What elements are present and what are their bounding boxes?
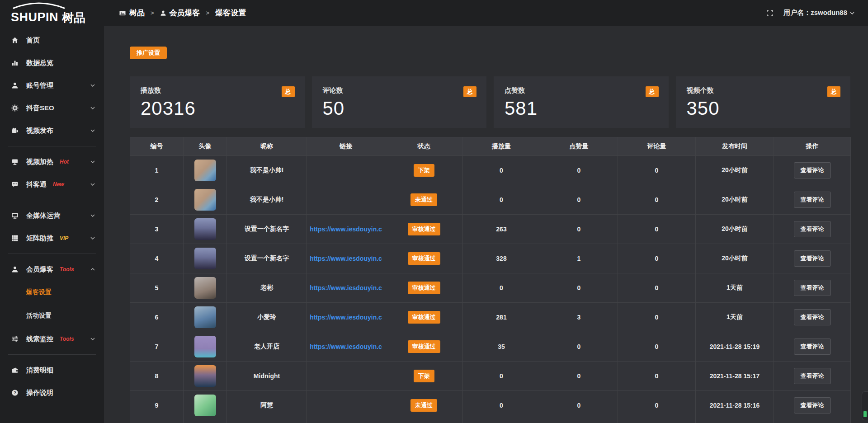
cell-comments: 0	[618, 215, 696, 244]
chevron-down-icon	[90, 338, 95, 340]
stat-cards: 播放数 总 20316 评论数 总 50 点赞数 总	[130, 76, 850, 128]
status-badge: 审核通过	[408, 311, 440, 324]
cell-id: 9	[130, 391, 184, 420]
sidebar-item-label: 视频发布	[26, 127, 53, 135]
topbar-right: 用户名：zswodun88	[766, 9, 854, 17]
user-menu[interactable]: 用户名：zswodun88	[783, 9, 854, 17]
videos-table: 编号 头像 昵称 链接 状态 播放量 点赞量 评论量 发布时间 操作 1	[130, 137, 851, 423]
view-comments-button[interactable]: 查看评论	[794, 192, 831, 208]
sidebar-item-home[interactable]: 首页	[0, 29, 104, 52]
topbar: 树品 > 会员爆客 > 爆客设置 用户名：zswodun88	[104, 0, 868, 26]
cell-likes: 0	[540, 156, 618, 185]
breadcrumb-item-home[interactable]: 树品	[119, 8, 145, 18]
floating-widget[interactable]	[862, 391, 868, 420]
sidebar-divider	[8, 146, 96, 146]
sidebar-item-label: 矩阵助推	[26, 234, 53, 243]
sidebar-divider	[8, 200, 96, 200]
sidebar-divider	[8, 354, 96, 355]
stat-label: 播放数	[141, 86, 161, 95]
view-comments-button[interactable]: 查看评论	[794, 221, 831, 237]
video-link[interactable]: https://www.iesdouyin.c	[310, 343, 382, 350]
app-window: SHUPIN 树品 首页 数据总览 账号管理 抖音SEO	[0, 0, 868, 423]
screen-stand-icon	[11, 158, 19, 165]
monitor-icon	[11, 212, 19, 219]
table-row	[130, 420, 851, 423]
header-link: 链接	[307, 137, 385, 156]
cell-id: 6	[130, 303, 184, 332]
cell-likes: 0	[540, 185, 618, 215]
sidebar-item-member-baoke[interactable]: 会员爆客 Tools	[0, 258, 104, 281]
view-comments-button[interactable]: 查看评论	[794, 280, 831, 296]
cell-comments	[618, 420, 696, 423]
table-row: 3 设置一个新名字 https://www.iesdouyin.c 审核通过 2…	[130, 215, 851, 244]
sidebar-item-video-heat[interactable]: 视频加热 Hot	[0, 150, 104, 173]
status-badge: 审核通过	[408, 282, 440, 294]
cell-nickname: Midnight	[227, 362, 307, 391]
sidebar-item-lead-monitor[interactable]: 线索监控 Tools	[0, 328, 104, 350]
cell-plays: 0	[463, 391, 540, 420]
sidebar-item-douketong[interactable]: 抖客通 New	[0, 173, 104, 196]
sidebar-item-matrix-boost[interactable]: 矩阵助推 VIP	[0, 227, 104, 249]
cell-nickname: 阿慧	[227, 391, 307, 420]
sidebar-item-spending-details[interactable]: 消费明细	[0, 359, 104, 381]
cell-likes: 0	[540, 362, 618, 391]
view-comments-button[interactable]: 查看评论	[794, 397, 831, 414]
view-comments-button[interactable]: 查看评论	[794, 162, 831, 179]
sidebar-item-label: 消费明细	[26, 366, 53, 375]
cell-comments: 0	[618, 362, 696, 391]
header-plays: 播放量	[463, 137, 540, 156]
sidebar-item-label: 线索监控	[26, 335, 53, 343]
sidebar-item-instructions[interactable]: ? 操作说明	[0, 381, 104, 404]
logo-arc	[11, 2, 70, 9]
header-likes: 点赞量	[540, 137, 618, 156]
chevron-down-icon	[90, 237, 95, 240]
sidebar-item-account-management[interactable]: 账号管理	[0, 74, 104, 97]
main-area: 树品 > 会员爆客 > 爆客设置 用户名：zswodun88	[104, 0, 868, 423]
brand-logo[interactable]: SHUPIN 树品	[0, 0, 104, 26]
sidebar-item-label: 抖客通	[26, 180, 47, 189]
cell-plays: 0	[463, 185, 540, 215]
view-comments-button[interactable]: 查看评论	[794, 338, 831, 355]
cell-id: 1	[130, 156, 184, 185]
table-row: 4 设置一个新名字 https://www.iesdouyin.c 审核通过 3…	[130, 244, 851, 273]
cell-publish-time: 20小时前	[696, 156, 774, 185]
video-link[interactable]: https://www.iesdouyin.c	[310, 226, 382, 233]
gear-icon	[11, 104, 19, 112]
view-comments-button[interactable]: 查看评论	[794, 309, 831, 325]
avatar	[194, 160, 216, 181]
stat-value: 20316	[141, 98, 295, 119]
avatar	[194, 336, 216, 357]
stat-value: 581	[505, 98, 659, 119]
fullscreen-icon[interactable]	[766, 9, 774, 17]
cell-plays: 0	[463, 273, 540, 303]
cell-publish-time: 2021-11-28 15:17	[696, 362, 774, 391]
cell-plays: 35	[463, 332, 540, 362]
sidebar-subitem-baoke-settings[interactable]: 爆客设置	[0, 281, 104, 304]
video-link[interactable]: https://www.iesdouyin.c	[310, 284, 382, 291]
video-link[interactable]: https://www.iesdouyin.c	[310, 314, 382, 321]
sidebar-item-data-overview[interactable]: 数据总览	[0, 52, 104, 74]
sidebar-item-label: 数据总览	[26, 59, 53, 67]
view-comments-button[interactable]: 查看评论	[794, 250, 831, 267]
stat-label: 视频个数	[687, 86, 714, 95]
cell-nickname	[227, 420, 307, 423]
sidebar-item-douyin-seo[interactable]: 抖音SEO	[0, 97, 104, 119]
cell-comments: 0	[618, 273, 696, 303]
sidebar-item-video-publish[interactable]: 视频发布	[0, 119, 104, 142]
chevron-up-icon	[90, 268, 95, 271]
header-id: 编号	[130, 137, 184, 156]
promotion-settings-button[interactable]: 推广设置	[130, 47, 167, 59]
view-comments-button[interactable]: 查看评论	[794, 368, 831, 384]
cell-comments: 0	[618, 156, 696, 185]
stat-card-likes: 点赞数 总 581	[494, 76, 669, 128]
table-row: 5 老彬 https://www.iesdouyin.c 审核通过 0 0 0 …	[130, 273, 851, 303]
total-badge: 总	[827, 86, 840, 97]
sidebar-item-all-media[interactable]: 全媒体运营	[0, 204, 104, 227]
status-badge: 下架	[414, 164, 434, 177]
sidebar-item-label: 账号管理	[26, 81, 53, 90]
cell-id: 8	[130, 362, 184, 391]
video-link[interactable]: https://www.iesdouyin.c	[310, 255, 382, 262]
sidebar-subitem-activity-settings[interactable]: 活动设置	[0, 304, 104, 328]
cell-publish-time: 1天前	[696, 273, 774, 303]
breadcrumb-item-member[interactable]: 会员爆客	[160, 8, 200, 18]
